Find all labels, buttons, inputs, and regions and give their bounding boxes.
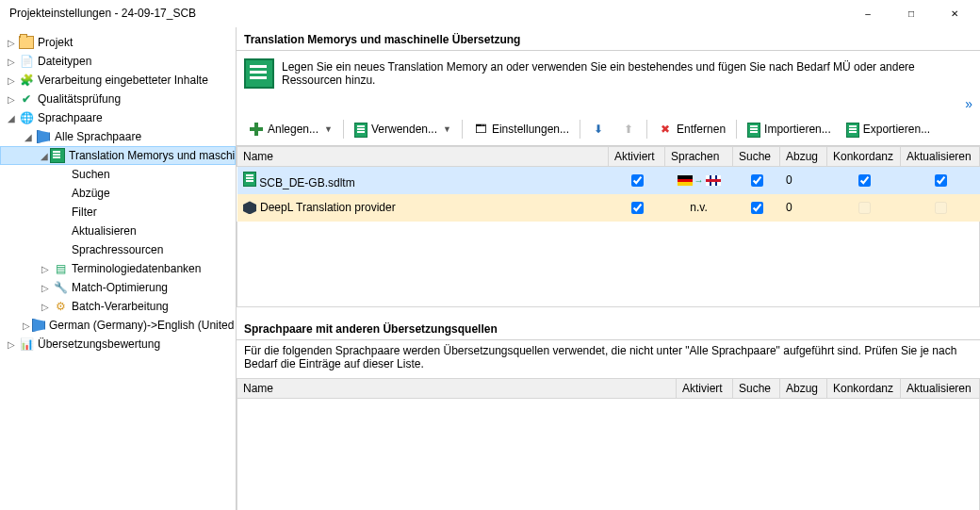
tree-item-batch[interactable]: Batch-Verarbeitung [72,300,169,313]
window-controls: – □ ✕ [846,0,976,26]
maximize-button[interactable]: □ [890,0,933,26]
update-checkbox[interactable] [935,174,947,187]
move-down-button[interactable]: ⬇ [584,117,612,141]
section-title: Translation Memorys und maschinelle Über… [237,27,980,51]
expand-icon[interactable]: ▷ [40,302,51,312]
expand-icon[interactable]: ▷ [6,38,17,48]
settings-tree[interactable]: ▷Projekt ▷📄Dateitypen ▷🧩Verarbeitung ein… [0,33,236,354]
tm-icon [354,123,368,136]
remove-button[interactable]: ✖ Entfernen [651,117,732,141]
expand-icon[interactable]: ▷ [6,75,17,86]
col-name[interactable]: Name [237,147,609,167]
collapse-icon[interactable]: ◢ [23,132,34,142]
expand-icon[interactable]: ▷ [23,321,30,331]
expand-icon[interactable]: ▷ [40,264,51,274]
empty-grid-body [237,399,980,510]
expand-icon[interactable]: ▷ [6,339,17,350]
search-checkbox[interactable] [751,174,763,187]
col2-enabled[interactable]: Aktiviert [677,379,733,399]
tm-icon [243,172,256,185]
tree-item-update[interactable]: Aktualisieren [72,224,137,238]
mt-name: DeepL Translation provider [260,201,396,214]
search-checkbox[interactable] [751,202,763,214]
embedded-icon: 🧩 [19,73,34,88]
delete-icon: ✖ [658,122,673,137]
col-update[interactable]: Aktualisieren [901,147,980,167]
expand-more-icon[interactable]: » [965,96,972,111]
collapse-icon[interactable]: ◢ [6,113,17,123]
enabled-checkbox[interactable] [631,174,644,187]
tree-item-langpairs[interactable]: Sprachpaare [38,111,103,124]
col-penalty[interactable]: Abzug [780,147,827,167]
col2-name[interactable]: Name [237,379,677,399]
col2-search[interactable]: Suche [733,379,780,399]
plus-icon [249,122,264,137]
create-button[interactable]: Anlegen...▼ [242,117,339,141]
gear-icon: ⚙ [53,299,68,314]
concord-checkbox[interactable] [858,174,871,187]
tree-item-termbases[interactable]: Terminologiedatenbanken [72,262,201,275]
col2-update[interactable]: Aktualisieren [901,379,980,399]
other-sources-grid[interactable]: Name Aktiviert Suche Abzug Konkordanz Ak… [237,378,980,399]
main-panel: Translation Memorys und maschinelle Über… [237,27,980,510]
review-icon: 📊 [19,337,34,352]
close-button[interactable]: ✕ [933,0,976,26]
section2-desc: Für die folgenden Sprachpaare werden Übe… [237,340,980,378]
col2-concord[interactable]: Konkordanz [827,379,901,399]
use-button[interactable]: Verwenden...▼ [348,117,458,141]
penalty-cell[interactable]: 0 [780,194,827,222]
termbase-icon: ▤ [53,261,68,276]
tm-icon [50,148,65,163]
expand-icon[interactable]: ▷ [40,283,51,293]
export-button[interactable]: Exportieren... [840,117,937,141]
tree-item-filter[interactable]: Filter [72,206,97,219]
section2-title: Sprachpaare mit anderen Übersetzungsquel… [237,317,980,340]
col2-penalty[interactable]: Abzug [780,379,827,399]
col-search[interactable]: Suche [733,147,780,167]
concord-checkbox [858,202,871,214]
tree-item-tm-mt[interactable]: Translation Memorys und maschinelle Über… [69,149,237,162]
tree-item-de-en[interactable]: German (Germany)->English (United Kingdo… [49,319,237,332]
tree-item-deductions[interactable]: Abzüge [72,187,110,200]
col-concord[interactable]: Konkordanz [827,147,901,167]
arrow-right-icon: → [694,175,704,186]
update-checkbox [935,202,947,214]
flag-gb-icon [706,175,721,186]
tree-item-project[interactable]: Projekt [38,36,73,49]
tree-item-embedded[interactable]: Verarbeitung eingebetteter Inhalte [38,74,208,87]
dropdown-icon: ▼ [443,124,451,134]
flag-de-icon [678,175,693,186]
lang-cell: n.v. [665,194,733,222]
title-bar: Projekteinstellungen - 24-09-17_SCB – □ … [0,0,980,27]
minimize-button[interactable]: – [846,0,890,26]
tree-item-filetypes[interactable]: Dateitypen [38,55,91,68]
create-label: Anlegen... [268,123,318,136]
export-label: Exportieren... [863,123,930,136]
filetype-icon: 📄 [19,54,34,69]
expand-icon[interactable]: ▷ [6,94,17,105]
enabled-checkbox[interactable] [631,202,644,214]
col-enabled[interactable]: Aktiviert [609,147,665,167]
move-up-button[interactable]: ⬆ [614,117,643,141]
info-text: Legen Sie ein neues Translation Memory a… [282,58,972,87]
flag-icon [32,318,45,333]
tree-item-all-langpairs[interactable]: Alle Sprachpaare [55,130,141,143]
tm-grid[interactable]: Name Aktiviert Sprachen Suche Abzug Konk… [237,146,980,307]
provider-icon [243,201,256,214]
import-button[interactable]: Importieren... [741,117,838,141]
tree-item-trans-review[interactable]: Übersetzungsbewertung [38,337,160,351]
mt-row[interactable]: DeepL Translation provider n.v. 0 [237,194,980,222]
tree-item-qa[interactable]: Qualitätsprüfung [38,92,121,106]
tree-item-search[interactable]: Suchen [72,168,110,181]
collapse-icon[interactable]: ◢ [41,151,48,161]
tm-row[interactable]: SCB_DE-GB.sdltm → 0 [237,167,980,194]
arrow-down-icon: ⬇ [591,122,606,137]
tree-item-langres[interactable]: Sprachressourcen [72,243,163,256]
penalty-cell[interactable]: 0 [780,167,827,194]
export-icon [846,123,859,136]
import-icon [747,123,760,136]
col-langs[interactable]: Sprachen [665,147,733,167]
tree-item-matchopt[interactable]: Match-Optimierung [72,281,168,294]
expand-icon[interactable]: ▷ [6,57,17,67]
settings-button[interactable]: 🗔 Einstellungen... [466,117,576,141]
